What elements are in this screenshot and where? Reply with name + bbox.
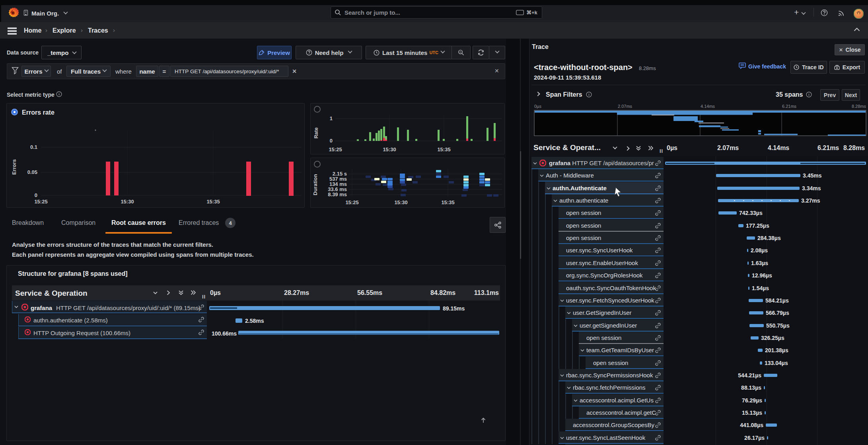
svg-text:2.07ms: 2.07ms	[618, 104, 633, 109]
svg-text:6.21ms: 6.21ms	[782, 104, 797, 109]
svg-text:8.39 ms: 8.39 ms	[328, 191, 347, 197]
svg-text:Rate: Rate	[313, 127, 319, 139]
svg-text:15:35: 15:35	[437, 146, 450, 152]
svg-text:0: 0	[35, 192, 37, 198]
svg-text:8.28ms: 8.28ms	[852, 104, 866, 109]
svg-text:0.1: 0.1	[30, 144, 37, 150]
svg-text:15:25: 15:25	[34, 199, 47, 205]
svg-text:4.14ms: 4.14ms	[701, 104, 715, 109]
svg-text:15:35: 15:35	[206, 199, 220, 205]
svg-text:Errors: Errors	[11, 159, 17, 175]
svg-text:15:25: 15:25	[345, 199, 358, 205]
svg-text:0: 0	[330, 138, 333, 144]
svg-text:15:30: 15:30	[383, 146, 396, 152]
svg-text:15:30: 15:30	[394, 199, 407, 205]
svg-text:0µs: 0µs	[534, 104, 541, 109]
svg-text:15:30: 15:30	[121, 199, 134, 205]
svg-text:Duration: Duration	[312, 174, 318, 195]
svg-text:15:25: 15:25	[329, 146, 342, 152]
svg-text:15:35: 15:35	[441, 199, 454, 205]
svg-text:1: 1	[330, 115, 333, 121]
svg-text:0.05: 0.05	[27, 169, 37, 175]
